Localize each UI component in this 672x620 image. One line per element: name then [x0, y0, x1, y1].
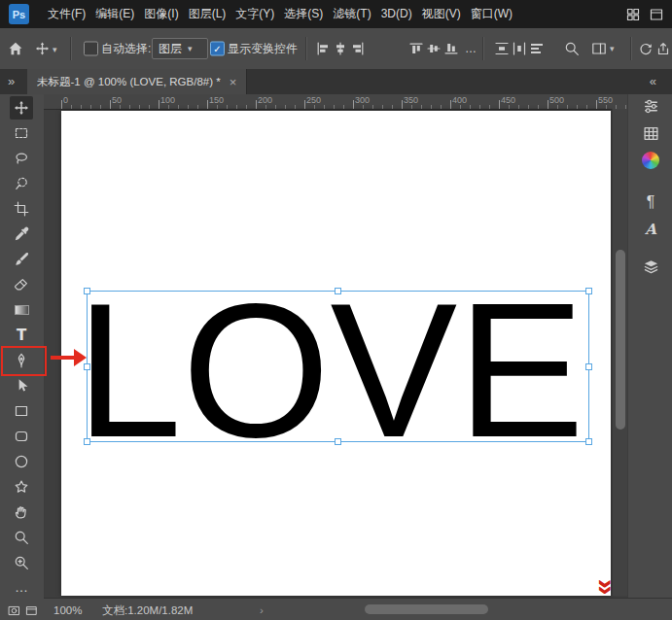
ruler-label: 100 — [160, 95, 175, 105]
ruler-label: 500 — [549, 95, 564, 105]
quick-selection-tool[interactable] — [10, 172, 33, 195]
rectangle-tool[interactable] — [10, 399, 33, 423]
ruler-label: 350 — [404, 95, 418, 105]
align-top-icon[interactable] — [408, 41, 424, 56]
eyedropper-tool[interactable] — [10, 223, 33, 246]
transform-handle[interactable] — [335, 438, 341, 445]
vertical-scrollbar-thumb[interactable] — [616, 250, 625, 430]
path-selection-tool[interactable] — [10, 374, 33, 397]
horizontal-ruler: 0 50 100 150 200 250 300 350 400 450 500… — [44, 94, 627, 110]
grid-panel-icon[interactable] — [638, 121, 663, 145]
menu-bar: Ps 文件(F) 编辑(E) 图像(I) 图层(L) 文字(Y) 选择(S) 滤… — [0, 0, 672, 28]
share-icon[interactable] — [655, 41, 671, 56]
zoom-tool[interactable] — [10, 526, 33, 549]
color-panel-icon[interactable] — [638, 149, 663, 172]
more-align-options-icon[interactable]: … — [465, 42, 477, 55]
ruler-ticks — [61, 94, 627, 109]
screen-mode-icon[interactable] — [24, 603, 39, 618]
distribute-vertical-icon[interactable] — [494, 41, 510, 56]
menu-window[interactable]: 窗口(W) — [466, 0, 517, 28]
auto-select-checkbox[interactable] — [84, 42, 98, 56]
separator — [305, 37, 307, 60]
ruler-label: 200 — [258, 95, 272, 105]
layers-panel-icon[interactable] — [638, 255, 663, 278]
rotate-view-icon[interactable] — [638, 41, 654, 56]
ellipsis-icon: … — [15, 580, 28, 594]
menu-edit[interactable]: 编辑(E) — [90, 0, 139, 28]
zoom-tool-alt[interactable] — [10, 551, 33, 574]
paragraph-panel-icon[interactable]: ¶ — [638, 190, 663, 214]
eraser-tool[interactable] — [10, 273, 33, 296]
align-left-icon[interactable] — [315, 41, 331, 56]
collapse-panels-icon[interactable]: « — [650, 69, 656, 94]
transform-handle[interactable] — [585, 438, 592, 445]
menu-image[interactable]: 图像(I) — [139, 0, 183, 28]
annotation-scroll-chevron: » — [593, 573, 620, 601]
gradient-tool[interactable] — [10, 298, 33, 322]
ruler-label: 250 — [306, 95, 321, 105]
rectangular-marquee-tool[interactable] — [10, 121, 33, 145]
show-transform-checkbox[interactable]: ✓ — [210, 42, 225, 56]
type-tool[interactable]: T — [10, 324, 33, 347]
custom-shape-tool[interactable] — [10, 475, 33, 499]
quick-mask-icon[interactable] — [7, 603, 21, 618]
menu-file[interactable]: 文件(F) — [43, 0, 90, 28]
rounded-rectangle-tool[interactable] — [10, 425, 33, 448]
distribute-horizontal-icon[interactable] — [512, 41, 527, 56]
align-middle-icon[interactable] — [426, 41, 442, 56]
annotation-arrow-head — [74, 349, 87, 366]
ruler-label: 0 — [63, 95, 68, 105]
arrange-documents-icon[interactable]: ▾ — [591, 41, 615, 56]
edit-toolbar-icon[interactable]: … — [10, 575, 33, 599]
align-bottom-icon[interactable] — [443, 41, 459, 56]
distribute-spacing-icon[interactable] — [529, 41, 545, 56]
tab-title: 未标题-1 @ 100% (LOVE, RGB/8#) * — [37, 75, 221, 89]
home-icon[interactable] — [8, 41, 23, 56]
align-center-horizontal-icon[interactable] — [333, 41, 348, 56]
transform-handle[interactable] — [84, 438, 90, 445]
hand-tool[interactable] — [10, 500, 33, 524]
ruler-label: 450 — [501, 95, 515, 105]
photoshop-logo: Ps — [9, 4, 29, 24]
brush-tool[interactable] — [10, 248, 33, 271]
auto-select-target-dropdown[interactable]: 图层 ▾ — [152, 38, 208, 59]
document-tab[interactable]: 未标题-1 @ 100% (LOVE, RGB/8#) * × — [27, 69, 247, 94]
check-icon: ✓ — [213, 44, 221, 53]
transform-handle[interactable] — [84, 288, 90, 294]
transform-handle[interactable] — [585, 288, 592, 294]
menu-layer[interactable]: 图层(L) — [184, 0, 231, 28]
menu-type[interactable]: 文字(Y) — [230, 0, 279, 28]
gradient-swatch — [15, 305, 29, 315]
horizontal-scrollbar-thumb[interactable] — [365, 604, 488, 614]
window-layout-icon[interactable] — [649, 7, 664, 22]
chevron-down-icon: ▾ — [188, 44, 193, 53]
paragraph-icon: ¶ — [647, 193, 655, 211]
move-tool[interactable] — [10, 96, 33, 120]
adjustments-panel-icon[interactable] — [638, 94, 663, 118]
zoom-search-icon[interactable] — [564, 41, 580, 56]
character-panel-icon[interactable]: A — [638, 218, 663, 241]
collapse-toolbar-icon[interactable]: » — [8, 69, 15, 94]
menu-list: 文件(F) 编辑(E) 图像(I) 图层(L) 文字(Y) 选择(S) 滤镜(T… — [43, 0, 517, 28]
close-icon[interactable]: × — [230, 76, 237, 88]
ruler-label: 150 — [209, 95, 224, 105]
menu-view[interactable]: 视图(V) — [417, 0, 466, 28]
ellipse-tool[interactable] — [10, 450, 33, 473]
vertical-scrollbar[interactable] — [612, 109, 628, 596]
auto-select-label: 自动选择: — [101, 41, 151, 57]
menu-filter[interactable]: 滤镜(T) — [328, 0, 375, 28]
annotation-arrow — [51, 356, 75, 360]
crop-tool[interactable] — [10, 197, 33, 221]
transform-handle[interactable] — [585, 363, 592, 370]
transform-handle[interactable] — [335, 288, 341, 294]
status-options-icon[interactable]: › — [260, 604, 264, 616]
menu-3d[interactable]: 3D(D) — [376, 0, 417, 28]
workspace-grid-icon[interactable] — [625, 7, 641, 22]
separator — [630, 37, 632, 60]
zoom-level-field[interactable]: 100% — [53, 604, 82, 616]
lasso-tool[interactable] — [10, 147, 33, 170]
dropdown-value: 图层 — [159, 41, 182, 57]
move-tool-preset-icon[interactable]: ▾ — [35, 42, 57, 56]
menu-select[interactable]: 选择(S) — [279, 0, 328, 28]
align-right-icon[interactable] — [350, 41, 366, 56]
